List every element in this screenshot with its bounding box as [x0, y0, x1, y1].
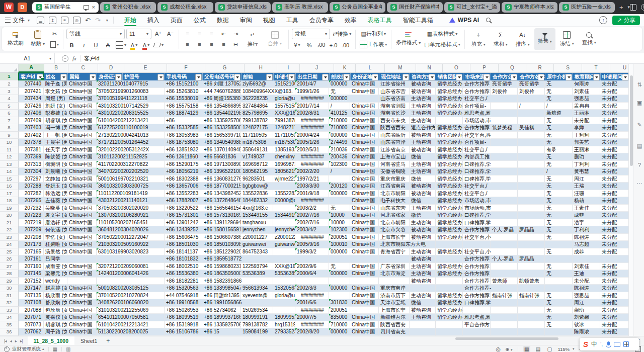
cell-H18[interactable]: 184482332	[241, 197, 273, 205]
filter-button[interactable]	[288, 74, 295, 80]
cut-button[interactable]: ✂	[49, 29, 60, 38]
cell-U3[interactable]: 未分配	[600, 88, 628, 96]
cell-S11[interactable]: 有录	[545, 146, 573, 154]
cell-A12[interactable]: 207369	[19, 153, 44, 161]
cell-J29[interactable]	[295, 278, 329, 285]
cell-S25[interactable]: 无	[545, 248, 573, 256]
header-cell-H1[interactable]: 邮箱	[242, 73, 274, 80]
cell-I19[interactable]	[273, 205, 295, 212]
wps-logo[interactable]: W	[4, 3, 14, 12]
first-sheet-button[interactable]: |◂	[4, 338, 6, 343]
cell-O32[interactable]: 留学总经办	[436, 299, 463, 307]
cell-K36[interactable]: 000000	[329, 328, 350, 336]
cell-U22[interactable]: 未分配	[600, 226, 628, 234]
cell-I26[interactable]	[273, 255, 295, 263]
cell-N21[interactable]: 主动咨询	[410, 219, 436, 227]
cell-A34[interactable]: 207071	[19, 314, 44, 321]
menu-tab-效率[interactable]: 效率	[339, 14, 362, 26]
cell-Q6[interactable]	[491, 110, 518, 117]
workspace-caret-icon[interactable]: ▴	[42, 347, 44, 351]
cell-R30[interactable]	[518, 285, 545, 292]
cell-C2[interactable]: China中国	[67, 80, 97, 88]
cell-B21[interactable]: 唐浩轩 (男	[44, 219, 67, 227]
cell-G22[interactable]: +86 1580156591	[202, 226, 241, 234]
cell-D11[interactable]: 32010220020531242X	[97, 146, 122, 154]
add-sheet-button[interactable]: +	[106, 337, 110, 344]
cell-K35[interactable]: 710000	[329, 321, 350, 329]
cell-J23[interactable]: #########	[295, 234, 329, 241]
cell-A36[interactable]: 207062	[19, 328, 44, 336]
cell-I6[interactable]: XXX@163.	[273, 110, 295, 117]
cell-N6[interactable]: 主动咨询	[410, 110, 436, 117]
cell-C16[interactable]: China中国	[67, 183, 97, 190]
cell-J3[interactable]: 1999/1/26	[295, 88, 329, 96]
menu-tab-页面[interactable]: 页面	[165, 14, 188, 26]
cell-H2[interactable]: ziyi5692@	[241, 80, 273, 88]
header-cell-K1[interactable]: 邮政编码	[330, 73, 351, 80]
menu-tab-开始[interactable]: 开始	[119, 14, 142, 26]
cell-T7[interactable]: 未分配	[573, 117, 600, 125]
cell-P34[interactable]: 雅思考点,雅	[463, 314, 491, 321]
cell-P33[interactable]	[463, 307, 491, 314]
cell-Q33[interactable]	[491, 307, 518, 314]
cell-J31[interactable]: #########	[295, 292, 329, 300]
cell-B24[interactable]: 桂婉唯 (女	[44, 241, 67, 248]
cell-P14[interactable]: 口碑推荐,学	[463, 168, 491, 175]
cell-K14[interactable]: /	[329, 168, 350, 175]
cell-L24[interactable]: China中国	[350, 241, 379, 248]
cell-F7[interactable]: +86	[165, 117, 202, 125]
cell-L35[interactable]: China中国	[350, 321, 379, 329]
cell-L31[interactable]: China中国	[350, 292, 379, 300]
cell-H17[interactable]: 135522836	[241, 190, 273, 198]
number-format-select[interactable]: 常规▾	[292, 29, 330, 39]
cell-S33[interactable]: 无	[545, 307, 573, 314]
cell-N16[interactable]: 被动咨询	[410, 183, 436, 190]
cell-R9[interactable]	[518, 132, 545, 139]
cell-L5[interactable]: China中国	[350, 103, 379, 110]
align-center-button[interactable]: ≡	[194, 40, 205, 49]
cell-J10[interactable]: 2005/1/26	[295, 139, 329, 146]
cell-R27[interactable]	[518, 263, 545, 271]
cell-B33[interactable]: 包欣辰 (女	[44, 307, 67, 314]
cell-U23[interactable]: 未分配	[600, 234, 628, 241]
cell-P19[interactable]: 市场活动,市	[463, 205, 491, 212]
header-cell-S1[interactable]: 原中介机构	[545, 73, 573, 80]
cell-G4[interactable]: +86 周煜155380	[202, 95, 241, 103]
cell-M25[interactable]: 青海省西宁	[379, 248, 410, 256]
cell-J33[interactable]: #########	[295, 307, 329, 314]
cell-D32[interactable]: 340826200106060020	[97, 299, 122, 307]
cell-Q35[interactable]	[491, 321, 518, 329]
cell-M17[interactable]: 北京市朝阳	[379, 190, 410, 198]
cell-A15[interactable]: 207297	[19, 175, 44, 183]
row-header-33[interactable]: 33	[0, 307, 19, 314]
cell-K22[interactable]: 102300	[329, 226, 350, 234]
cell-N10[interactable]: 主动咨询	[410, 139, 436, 146]
row-header-8[interactable]: 8	[0, 124, 19, 132]
cell-S30[interactable]	[545, 285, 573, 292]
cell-M16[interactable]: 江西省南昌	[379, 183, 410, 190]
cell-I20[interactable]: 153449155	[273, 212, 295, 219]
cell-G13[interactable]: +86 1971300890	[202, 161, 241, 168]
cell-C34[interactable]: China中国	[67, 314, 97, 321]
cell-S24[interactable]	[545, 241, 573, 248]
cell-I17[interactable]: 135522836	[273, 190, 295, 198]
cell-T27[interactable]: 刘素佳	[573, 263, 600, 271]
cell-B16[interactable]: 舒妍玉 (女	[44, 183, 67, 190]
document-tab-7[interactable]: S国任财产保险样本.x	[387, 2, 443, 13]
borders-button[interactable]: ▾	[115, 41, 127, 50]
cell-A25[interactable]: 207165	[19, 248, 44, 256]
cell-J8[interactable]: #########	[295, 124, 329, 132]
cell-F12[interactable]: +86 13611860	[165, 153, 202, 161]
cell-F10[interactable]: +86 18753080	[165, 139, 202, 146]
cell-T4[interactable]: 强思喆	[573, 95, 600, 103]
cell-R21[interactable]	[518, 219, 545, 227]
vertical-scrollbar-thumb[interactable]	[630, 75, 633, 166]
cell-O24[interactable]	[436, 241, 463, 248]
cell-N35[interactable]	[410, 321, 436, 329]
cell-J20[interactable]: 2002/7/16	[295, 212, 329, 219]
cell-B36[interactable]: 周子路 (女	[44, 328, 67, 336]
cell-C21[interactable]: China中国	[67, 219, 97, 227]
cell-P9[interactable]: 社交平台,抖	[463, 132, 491, 139]
cell-P29[interactable]: 合作方推荐	[463, 278, 491, 285]
cell-H33[interactable]: 150269534	[241, 307, 273, 314]
